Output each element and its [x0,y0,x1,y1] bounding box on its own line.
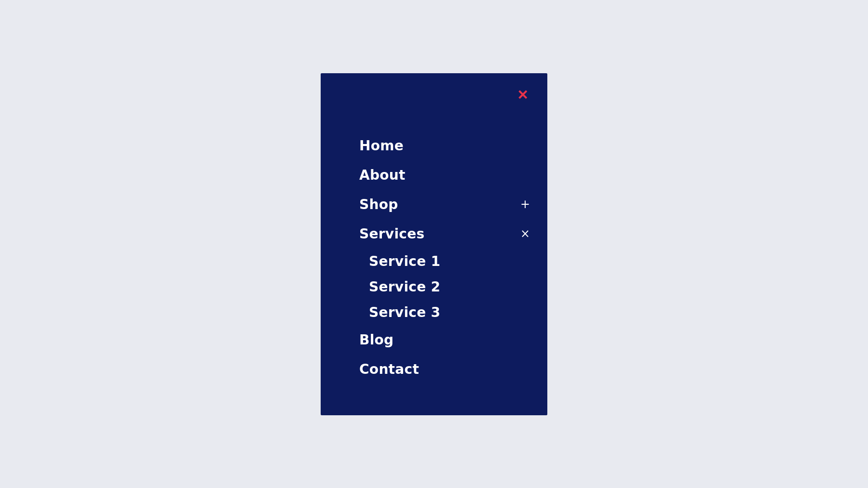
nav-contact-label: Contact [359,361,419,377]
nav-item-service-1[interactable]: Service 1 [369,249,547,274]
nav-item-home[interactable]: Home [359,131,547,160]
services-submenu: Service 1 Service 2 Service 3 [359,249,547,325]
nav-item-service-2[interactable]: Service 2 [369,274,547,300]
nav-item-service-3[interactable]: Service 3 [369,300,547,325]
nav-item-blog[interactable]: Blog [359,325,547,355]
nav-about-label: About [359,167,406,183]
nav-blog-label: Blog [359,332,393,348]
nav-shop-label: Shop [359,197,398,212]
nav-menu: Home About Shop + Services × Service 1 S… [321,73,547,403]
nav-services-label: Services [359,226,424,242]
close-button[interactable]: ✕ [515,87,530,104]
menu-overlay: ✕ Home About Shop + Services × Service 1… [321,73,547,415]
nav-service1-label: Service 1 [369,253,440,269]
nav-item-about[interactable]: About [359,160,547,190]
nav-service2-label: Service 2 [369,279,440,295]
shop-expand-icon: + [520,198,530,210]
nav-item-contact[interactable]: Contact [359,355,547,384]
nav-service3-label: Service 3 [369,304,440,320]
services-collapse-icon: × [520,228,530,239]
nav-item-services[interactable]: Services × [359,219,547,249]
nav-item-shop[interactable]: Shop + [359,190,547,219]
nav-home-label: Home [359,138,404,154]
